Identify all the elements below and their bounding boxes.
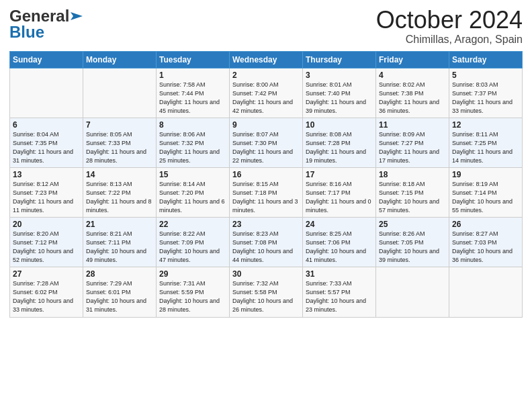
day-number: 17 [306, 170, 373, 179]
day-number: 19 [452, 170, 519, 179]
day-number: 14 [86, 170, 153, 179]
day-number: 30 [232, 269, 300, 279]
day-info: Sunrise: 8:11 AM Sunset: 7:25 PM Dayligh… [452, 130, 519, 165]
calendar-cell: 6Sunrise: 8:04 AM Sunset: 7:35 PM Daylig… [10, 118, 83, 167]
calendar-cell: 23Sunrise: 8:23 AM Sunset: 7:08 PM Dayli… [230, 218, 303, 267]
day-number: 28 [86, 269, 153, 279]
calendar-cell: 28Sunrise: 7:29 AM Sunset: 6:01 PM Dayli… [83, 267, 157, 317]
title-block: October 2024 Chimillas, Aragon, Spain [376, 7, 523, 46]
day-info: Sunrise: 8:02 AM Sunset: 7:38 PM Dayligh… [379, 81, 446, 116]
week-row-4: 20Sunrise: 8:20 AM Sunset: 7:12 PM Dayli… [10, 218, 523, 267]
calendar-cell: 5Sunrise: 8:03 AM Sunset: 7:37 PM Daylig… [449, 68, 523, 118]
day-info: Sunrise: 8:01 AM Sunset: 7:40 PM Dayligh… [306, 81, 373, 116]
day-info: Sunrise: 7:31 AM Sunset: 5:59 PM Dayligh… [159, 279, 226, 314]
day-number: 3 [306, 71, 373, 80]
day-number: 29 [159, 269, 226, 279]
calendar-cell: 2Sunrise: 8:00 AM Sunset: 7:42 PM Daylig… [230, 68, 303, 118]
calendar-cell: 27Sunrise: 7:28 AM Sunset: 6:02 PM Dayli… [10, 267, 83, 317]
day-info: Sunrise: 8:04 AM Sunset: 7:35 PM Dayligh… [13, 130, 80, 165]
day-info: Sunrise: 8:06 AM Sunset: 7:32 PM Dayligh… [159, 130, 226, 165]
day-number: 22 [159, 220, 226, 229]
calendar-cell: 25Sunrise: 8:26 AM Sunset: 7:05 PM Dayli… [376, 218, 449, 267]
calendar-cell: 20Sunrise: 8:20 AM Sunset: 7:12 PM Dayli… [10, 218, 83, 267]
day-info: Sunrise: 8:27 AM Sunset: 7:03 PM Dayligh… [452, 230, 519, 265]
day-number: 8 [159, 120, 226, 130]
calendar-cell: 18Sunrise: 8:18 AM Sunset: 7:15 PM Dayli… [376, 167, 449, 217]
day-number: 23 [232, 220, 300, 229]
day-number: 31 [306, 269, 373, 279]
calendar-cell [83, 68, 157, 118]
calendar-cell: 3Sunrise: 8:01 AM Sunset: 7:40 PM Daylig… [303, 68, 376, 118]
calendar-cell: 17Sunrise: 8:16 AM Sunset: 7:17 PM Dayli… [303, 167, 376, 217]
day-info: Sunrise: 8:16 AM Sunset: 7:17 PM Dayligh… [306, 180, 373, 215]
day-info: Sunrise: 7:33 AM Sunset: 5:57 PM Dayligh… [306, 279, 373, 314]
col-header-wednesday: Wednesday [230, 51, 303, 68]
day-info: Sunrise: 7:58 AM Sunset: 7:44 PM Dayligh… [159, 81, 226, 116]
logo-arrow-icon [71, 12, 83, 20]
day-info: Sunrise: 8:20 AM Sunset: 7:12 PM Dayligh… [13, 230, 80, 265]
day-info: Sunrise: 8:26 AM Sunset: 7:05 PM Dayligh… [379, 230, 446, 265]
col-header-saturday: Saturday [449, 51, 523, 68]
day-info: Sunrise: 8:08 AM Sunset: 7:28 PM Dayligh… [306, 130, 373, 165]
day-number: 16 [232, 170, 300, 179]
day-number: 10 [306, 120, 373, 130]
day-info: Sunrise: 8:25 AM Sunset: 7:06 PM Dayligh… [306, 230, 373, 265]
day-info: Sunrise: 8:22 AM Sunset: 7:09 PM Dayligh… [159, 230, 226, 265]
calendar-cell: 30Sunrise: 7:32 AM Sunset: 5:58 PM Dayli… [230, 267, 303, 317]
location-title: Chimillas, Aragon, Spain [376, 34, 523, 46]
day-info: Sunrise: 8:03 AM Sunset: 7:37 PM Dayligh… [452, 81, 519, 116]
calendar-cell: 7Sunrise: 8:05 AM Sunset: 7:33 PM Daylig… [83, 118, 157, 167]
day-info: Sunrise: 8:18 AM Sunset: 7:15 PM Dayligh… [379, 180, 446, 215]
month-title: October 2024 [376, 7, 523, 34]
day-info: Sunrise: 8:15 AM Sunset: 7:18 PM Dayligh… [232, 180, 300, 215]
calendar-cell: 15Sunrise: 8:14 AM Sunset: 7:20 PM Dayli… [157, 167, 230, 217]
day-info: Sunrise: 8:13 AM Sunset: 7:22 PM Dayligh… [86, 180, 153, 215]
day-number: 1 [159, 71, 226, 80]
day-number: 4 [379, 71, 446, 80]
day-info: Sunrise: 8:00 AM Sunset: 7:42 PM Dayligh… [232, 81, 300, 116]
day-number: 26 [452, 220, 519, 229]
calendar-cell: 29Sunrise: 7:31 AM Sunset: 5:59 PM Dayli… [157, 267, 230, 317]
calendar-cell: 26Sunrise: 8:27 AM Sunset: 7:03 PM Dayli… [449, 218, 523, 267]
header-row: SundayMondayTuesdayWednesdayThursdayFrid… [10, 51, 523, 68]
day-info: Sunrise: 8:12 AM Sunset: 7:23 PM Dayligh… [13, 180, 80, 215]
day-info: Sunrise: 8:21 AM Sunset: 7:11 PM Dayligh… [86, 230, 153, 265]
calendar-cell [449, 267, 523, 317]
calendar-cell: 4Sunrise: 8:02 AM Sunset: 7:38 PM Daylig… [376, 68, 449, 118]
day-number: 11 [379, 120, 446, 130]
day-number: 2 [232, 71, 300, 80]
week-row-2: 6Sunrise: 8:04 AM Sunset: 7:35 PM Daylig… [10, 118, 523, 167]
day-number: 9 [232, 120, 300, 130]
day-number: 6 [13, 120, 80, 130]
day-info: Sunrise: 8:14 AM Sunset: 7:20 PM Dayligh… [159, 180, 226, 215]
col-header-monday: Monday [83, 51, 157, 68]
week-row-5: 27Sunrise: 7:28 AM Sunset: 6:02 PM Dayli… [10, 267, 523, 317]
calendar-cell: 21Sunrise: 8:21 AM Sunset: 7:11 PM Dayli… [83, 218, 157, 267]
calendar-cell: 22Sunrise: 8:22 AM Sunset: 7:09 PM Dayli… [157, 218, 230, 267]
day-info: Sunrise: 7:29 AM Sunset: 6:01 PM Dayligh… [86, 279, 153, 314]
calendar-cell: 12Sunrise: 8:11 AM Sunset: 7:25 PM Dayli… [449, 118, 523, 167]
col-header-sunday: Sunday [10, 51, 83, 68]
day-number: 7 [86, 120, 153, 130]
week-row-1: 1Sunrise: 7:58 AM Sunset: 7:44 PM Daylig… [10, 68, 523, 118]
calendar-table: SundayMondayTuesdayWednesdayThursdayFrid… [9, 51, 523, 318]
calendar-cell: 31Sunrise: 7:33 AM Sunset: 5:57 PM Dayli… [303, 267, 376, 317]
calendar-cell: 14Sunrise: 8:13 AM Sunset: 7:22 PM Dayli… [83, 167, 157, 217]
calendar-cell: 13Sunrise: 8:12 AM Sunset: 7:23 PM Dayli… [10, 167, 83, 217]
calendar-cell: 9Sunrise: 8:07 AM Sunset: 7:30 PM Daylig… [230, 118, 303, 167]
day-info: Sunrise: 8:09 AM Sunset: 7:27 PM Dayligh… [379, 130, 446, 165]
page-container: General Blue October 2024 Chimillas, Ara… [0, 0, 532, 324]
col-header-thursday: Thursday [303, 51, 376, 68]
day-number: 24 [306, 220, 373, 229]
day-info: Sunrise: 8:19 AM Sunset: 7:14 PM Dayligh… [452, 180, 519, 215]
week-row-3: 13Sunrise: 8:12 AM Sunset: 7:23 PM Dayli… [10, 167, 523, 217]
col-header-tuesday: Tuesday [157, 51, 230, 68]
header: General Blue October 2024 Chimillas, Ara… [9, 7, 523, 46]
day-info: Sunrise: 7:32 AM Sunset: 5:58 PM Dayligh… [232, 279, 300, 314]
calendar-cell [10, 68, 83, 118]
calendar-cell: 19Sunrise: 8:19 AM Sunset: 7:14 PM Dayli… [449, 167, 523, 217]
day-info: Sunrise: 8:07 AM Sunset: 7:30 PM Dayligh… [232, 130, 300, 165]
calendar-cell: 8Sunrise: 8:06 AM Sunset: 7:32 PM Daylig… [157, 118, 230, 167]
logo-blue: Blue [9, 23, 44, 42]
day-number: 13 [13, 170, 80, 179]
